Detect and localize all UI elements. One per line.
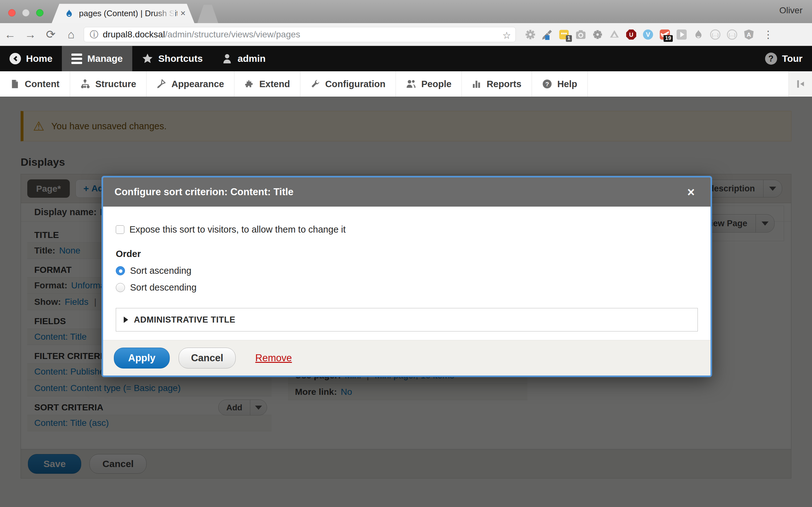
url-path: /admin/structure/views/view/pages [165,30,300,40]
gear-extension-icon[interactable] [525,29,536,40]
todoist-extension-badge: 19 [664,35,673,42]
page-info-icon[interactable]: ⓘ [90,29,98,40]
browser-profile-name[interactable]: Oliver [779,5,803,15]
browser-tab[interactable]: pages (Content) | Drush Site-In × [52,4,194,23]
toolbar-admin-label: admin [238,53,265,64]
toolbar-home-label: Home [26,53,52,64]
vimeo-extension-icon[interactable]: V [642,29,654,40]
toolbar-home[interactable]: Home [0,46,62,71]
toolbar-manage[interactable]: Manage [62,46,132,71]
order-label: Order [116,249,698,259]
gear-flower-extension-icon[interactable] [592,29,603,40]
sort-descending-row[interactable]: Sort descending [116,282,698,293]
menu-label-appearance: Appearance [171,79,224,89]
menu-label-extend: Extend [259,79,290,89]
sort-descending-radio[interactable] [116,283,125,292]
close-icon[interactable]: × [683,186,699,199]
puzzle-icon [245,79,254,89]
expose-sort-row[interactable]: Expose this sort to visitors, to allow t… [116,224,698,235]
menu-item-content[interactable]: Content [0,71,70,97]
svg-text:A: A [747,32,751,38]
svg-text:{…}: {…} [728,32,735,37]
drupal-favicon-icon [64,9,74,18]
modal-body: Expose this sort to visitors, to allow t… [103,207,711,331]
toolbar-manage-label: Manage [87,53,123,64]
braces-extension-icon[interactable]: {…} [710,29,721,40]
close-window-button[interactable] [8,9,15,16]
menu-label-people: People [421,79,451,89]
administrative-title-label: ADMINISTRATIVE TITLE [134,315,235,325]
menu-item-extend[interactable]: Extend [235,71,300,97]
apply-button[interactable]: Apply [114,348,170,369]
extensions-row: 1 U V 19 {…} {…} [525,29,779,41]
tab-close-icon[interactable]: × [181,9,186,18]
toolbar-admin-user[interactable]: admin [212,46,275,71]
collapse-toolbar-button[interactable] [789,71,812,97]
drupal-menu-bar: Content Structure Appearance Extend Conf… [0,71,812,97]
braces-2-extension-icon[interactable]: {…} [726,29,738,40]
menu-label-reports: Reports [487,79,521,89]
browser-urlbar: ← → ⟳ ⌂ ⓘ drupal8.docksal/admin/structur… [0,23,812,46]
reload-icon[interactable]: ⟳ [41,29,61,40]
drive-extension-icon[interactable] [609,29,620,40]
address-bar[interactable]: ⓘ drupal8.docksal/admin/structure/views/… [84,27,516,42]
password-extension-icon[interactable]: 1 [558,29,570,40]
toolbar-shortcuts[interactable]: Shortcuts [132,46,212,71]
document-icon [10,79,20,89]
paintbrush-icon [157,79,166,89]
star-icon [142,53,153,64]
menu-item-reports[interactable]: Reports [462,71,532,97]
hamburger-icon [71,54,82,64]
drupal-extension-icon[interactable] [693,29,704,40]
bookmark-star-icon[interactable]: ☆ [502,30,511,41]
administrative-title-details[interactable]: ADMINISTRATIVE TITLE [116,308,698,331]
sort-ascending-radio[interactable] [116,266,125,275]
menu-label-content: Content [25,79,60,89]
new-tab-button[interactable] [197,5,218,23]
zoom-window-button[interactable] [36,9,44,16]
sitemap-icon [80,79,90,89]
drupal-admin-toolbar: Home Manage Shortcuts admin ? Tour [0,46,812,71]
back-to-site-icon [9,53,21,64]
menu-label-structure: Structure [96,79,136,89]
url-host: drupal8.docksal [103,30,165,40]
svg-text:U: U [629,32,633,38]
expose-sort-checkbox[interactable] [116,225,124,234]
tab-title-fade [153,4,175,23]
modal-header[interactable]: Configure sort criterion: Content: Title… [103,177,711,207]
angular-extension-icon[interactable]: A [743,29,755,40]
configure-sort-modal: Configure sort criterion: Content: Title… [101,176,712,377]
menu-item-structure[interactable]: Structure [70,71,147,97]
svg-text:{…}: {…} [712,32,719,37]
menu-label-help: Help [557,79,577,89]
wrench-icon [310,79,320,89]
home-icon[interactable]: ⌂ [61,29,81,40]
camera-extension-icon[interactable] [575,29,587,40]
svg-text:?: ? [545,81,549,88]
menu-item-appearance[interactable]: Appearance [147,71,235,97]
ublock-extension-icon[interactable]: U [625,29,637,40]
menu-item-help[interactable]: ? Help [532,71,588,97]
todoist-extension-icon[interactable]: 19 [659,29,670,40]
sort-ascending-row[interactable]: Sort ascending [116,266,698,276]
forward-icon[interactable]: → [20,29,41,40]
people-icon [406,79,416,89]
play-extension-icon[interactable] [676,29,687,40]
menu-item-configuration[interactable]: Configuration [300,71,396,97]
password-extension-badge: 1 [566,35,572,42]
colorpicker-extension-icon[interactable] [542,29,553,40]
question-icon: ? [765,53,777,65]
browser-titlebar: pages (Content) | Drush Site-In × Oliver [0,0,812,23]
modal-cancel-button[interactable]: Cancel [179,348,236,369]
menu-item-people[interactable]: People [396,71,462,97]
toolbar-spacer [275,46,755,71]
expose-sort-label: Expose this sort to visitors, to allow t… [130,224,346,235]
modal-footer: Apply Cancel Remove [103,340,711,376]
back-icon[interactable]: ← [0,29,20,40]
remove-link[interactable]: Remove [255,352,292,364]
page-content: ⚠ You have unsaved changes. Displays Pag… [0,97,812,507]
browser-menu-icon[interactable]: ⋮ [763,29,773,41]
minimize-window-button[interactable] [22,9,30,16]
sort-descending-label: Sort descending [130,282,197,293]
toolbar-tour[interactable]: ? Tour [756,46,812,71]
